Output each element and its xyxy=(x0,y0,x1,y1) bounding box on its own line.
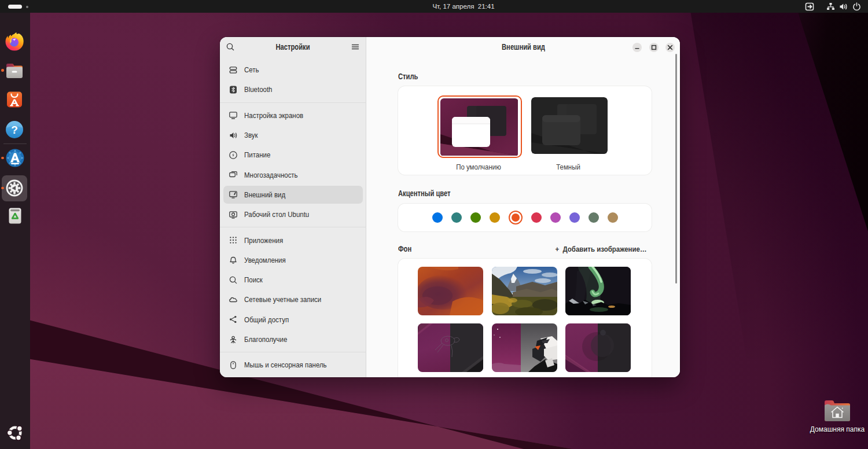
svg-text:?: ? xyxy=(11,124,18,136)
